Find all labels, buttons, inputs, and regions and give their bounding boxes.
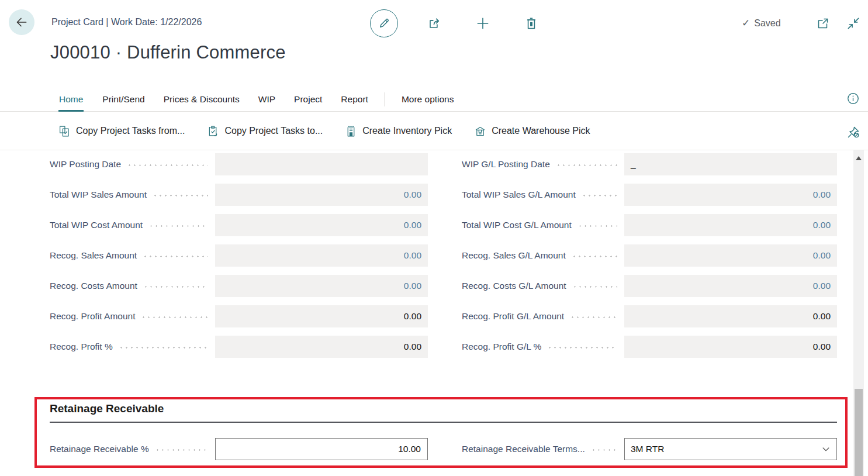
field-label: Recog. Profit Amount [50,311,135,322]
field-value-drilldown[interactable]: 0.00 [404,250,421,261]
tab-wip[interactable]: WIP [249,88,285,111]
field-row-total-wip-sales-amount: Total WIP Sales Amount 0.00 [50,184,428,206]
field-row-recog-sales-gl-amount: Recog. Sales G/L Amount 0.00 [462,244,837,267]
scrollbar-up-button[interactable] [853,154,864,162]
field-value-box[interactable] [215,153,428,175]
dotted-leader [119,347,208,349]
dotted-leader [577,225,617,227]
field-value-box[interactable]: 0.00 [215,184,428,206]
dotted-leader [547,347,617,349]
field-value-box[interactable]: 0.00 [624,275,837,297]
more-options-button[interactable]: More options [392,88,464,111]
share-button[interactable] [427,16,442,31]
copy-project-tasks-to-button[interactable]: Copy Project Tasks to... [207,125,323,137]
field-value-drilldown[interactable]: 0.00 [404,220,421,230]
field-value-box[interactable]: 0.00 [215,305,428,327]
retainage-terms-dropdown[interactable]: 3M RTR [624,438,837,460]
warehouse-pick-icon [474,125,486,137]
field-row-total-wip-sales-gl-amount: Total WIP Sales G/L Amount 0.00 [462,184,837,206]
retainage-percent-row: Retainage Receivable % [50,438,428,460]
field-row-recog-sales-amount: Recog. Sales Amount 0.00 [50,244,428,267]
field-value-drilldown[interactable]: 0.00 [404,281,421,291]
dotted-leader [556,164,617,166]
create-inventory-pick-button[interactable]: Create Inventory Pick [345,125,452,137]
field-value-drilldown[interactable]: 0.00 [404,189,421,200]
dotted-leader [155,449,208,451]
scrollbar-thumb[interactable] [855,389,863,476]
field-value-drilldown[interactable]: 0.00 [813,220,831,230]
field-value-box[interactable]: 0.00 [624,184,837,206]
field-value-box[interactable]: 0.00 [624,305,837,327]
field-label: Recog. Profit G/L Amount [462,311,564,322]
field-value-box[interactable]: 0.00 [624,214,837,236]
field-value-box[interactable]: 0.00 [624,244,837,267]
collapse-icon[interactable] [846,16,861,31]
field-row-recog-profit-amount: Recog. Profit Amount 0.00 [50,305,428,327]
field-label: Recog. Sales G/L Amount [462,250,566,261]
retainage-percent-label: Retainage Receivable % [50,444,149,454]
field-value-box[interactable]: 0.00 [624,336,837,358]
copy-tasks-from-icon [58,125,71,137]
info-icon[interactable] [847,92,859,105]
field-column-left: WIP Posting Date Total WIP Sales Amount … [50,153,428,366]
field-value: _ [631,159,636,170]
field-label: Recog. Profit G/L % [462,342,541,352]
dotted-leader [143,286,208,288]
dotted-leader [127,164,208,166]
create-warehouse-pick-button[interactable]: Create Warehouse Pick [474,125,590,137]
field-value-box[interactable]: 0.00 [215,244,428,267]
open-in-new-window-icon[interactable] [816,16,830,30]
new-plus-button[interactable] [475,16,490,31]
tab-print-send[interactable]: Print/Send [93,88,154,111]
retainage-terms-label: Retainage Receivable Terms... [462,444,585,454]
field-label: Total WIP Cost G/L Amount [462,220,572,230]
dotted-leader [591,449,617,451]
field-value: 0.00 [404,311,421,322]
dotted-leader [572,256,617,257]
copy-tasks-to-icon [207,125,219,137]
field-value-box[interactable]: 0.00 [215,214,428,236]
field-label: Recog. Costs G/L Amount [462,281,566,291]
field-row-total-wip-cost-gl-amount: Total WIP Cost G/L Amount 0.00 [462,214,837,236]
field-value-drilldown[interactable]: 0.00 [813,189,831,200]
field-row-wip-gl-posting-date: WIP G/L Posting Date _ [462,153,837,175]
field-label: Total WIP Sales G/L Amount [462,189,576,200]
back-button[interactable] [9,9,34,35]
page-title: J00010 · Dufferin Commerce [50,42,286,63]
tab-divider [385,92,385,106]
section-divider-line [50,422,837,423]
tab-project[interactable]: Project [285,88,331,111]
retainage-terms-row: Retainage Receivable Terms... 3M RTR [462,438,837,460]
field-label: Recog. Profit % [50,342,113,352]
dotted-leader [572,286,617,288]
tab-report[interactable]: Report [331,88,378,111]
field-column-right: WIP G/L Posting Date _ Total WIP Sales G… [462,153,837,366]
dotted-leader [143,256,208,257]
copy-project-tasks-from-button[interactable]: Copy Project Tasks from... [58,125,185,137]
field-label: WIP Posting Date [50,159,121,170]
field-value: 0.00 [813,311,831,322]
project-card-page: { "header": { "breadcrumb": "Project Car… [0,0,868,476]
save-status: ✓ Saved [742,17,781,29]
retainage-percent-input[interactable] [215,438,428,460]
field-value-drilldown[interactable]: 0.00 [813,281,831,291]
field-value-box[interactable]: _ [624,153,837,175]
arrow-left-icon [15,15,29,29]
field-value: 0.00 [404,342,421,352]
field-value-box[interactable]: 0.00 [215,275,428,297]
edit-button[interactable] [370,9,398,37]
tab-ribbon: Home Print/Send Prices & Discounts WIP P… [0,88,868,112]
action-bar: Copy Project Tasks from... Copy Project … [0,112,868,150]
field-row-recog-profit-pct: Recog. Profit % 0.00 [50,336,428,358]
dotted-leader [153,195,208,196]
field-value-box[interactable]: 0.00 [215,336,428,358]
field-row-recog-costs-amount: Recog. Costs Amount 0.00 [50,275,428,297]
tab-prices-discounts[interactable]: Prices & Discounts [154,88,249,111]
delete-trash-button[interactable] [524,16,539,31]
tab-home[interactable]: Home [49,88,93,111]
dotted-leader [148,225,208,227]
scrollbar[interactable] [853,150,864,476]
retainage-terms-value: 3M RTR [631,444,821,454]
field-value-drilldown[interactable]: 0.00 [813,250,831,261]
unpin-icon[interactable] [846,125,860,139]
